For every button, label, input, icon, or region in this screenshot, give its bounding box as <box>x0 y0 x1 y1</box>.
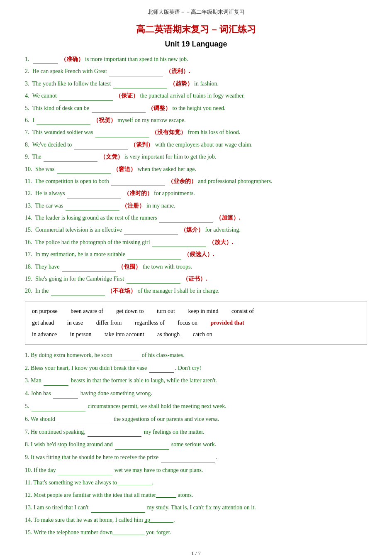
list-item: 6. I （祝贺） myself on my narrow escape. <box>25 115 367 125</box>
list-item: 7. This wounded soldier was （没有知觉） from … <box>25 127 367 137</box>
list-item: 15. Write the telephone number down_____… <box>25 528 367 538</box>
list-item: 7. He continued speaking, my feelings on… <box>25 427 367 437</box>
list-item: 1. By doing extra homework, he soon of h… <box>25 350 367 360</box>
section1-list: 1. （准确） is more important than speed in … <box>25 54 367 296</box>
page-number: 1 / 7 <box>25 550 367 555</box>
list-item: 12. Most people are familiar with the id… <box>25 490 367 500</box>
list-item: 14. To make sure that he was at home, I … <box>25 515 367 525</box>
list-item: 11. The competition is open to both （业余的… <box>25 176 367 186</box>
list-item: 4. We cannot （保证） the punctual arrival o… <box>25 91 367 100</box>
list-item: 3. The youth like to follow the latest （… <box>25 79 367 88</box>
list-item: 2. Bless your heart, I know you didn't b… <box>25 363 367 373</box>
list-item: 20. In the （不在场） of the manager I shall … <box>25 286 367 296</box>
list-item: 4. John has having done something wrong. <box>25 388 367 399</box>
list-item: 11. That's something we have always to__… <box>25 478 367 488</box>
list-item: 9. It was fitting that he should be here… <box>25 452 367 462</box>
list-item: 1. （准确） is more important than speed in … <box>25 54 367 64</box>
list-item: 16. The police had the photograph of the… <box>25 237 367 247</box>
list-item: 5. circumstances permit, we shall hold t… <box>25 401 367 411</box>
list-item: 13. I am so tired that I can't my study.… <box>25 502 367 513</box>
list-item: 13. The car was （注册） in my name. <box>25 201 367 210</box>
main-title: 高二英语期末复习 – 词汇练习 <box>25 23 367 36</box>
list-item: 15. Commercial television is an effectiv… <box>25 225 367 235</box>
list-item: 2. He can speak French with Great （流利）. <box>25 66 367 76</box>
list-item: 19. She's going in for the Cambridge Fir… <box>25 274 367 284</box>
page-header: 北师大版英语－－高二年级期末词汇复习 <box>25 8 367 16</box>
list-item: 18. They have （包围） the town with troops. <box>25 262 367 271</box>
list-item: 3. Man beasts in that the former is able… <box>25 375 367 386</box>
list-item: 8. We've decided to （谈判） with the employ… <box>25 140 367 149</box>
list-item: 10. She was （窘迫） when they asked her age… <box>25 164 367 174</box>
section2-list: 1. By doing extra homework, he soon of h… <box>25 350 367 538</box>
list-item: 5. This kind of desk can be （调整） to the … <box>25 103 367 113</box>
header-title: 北师大版英语－－高二年级期末词汇复习 <box>148 9 245 15</box>
list-item: 12. He is always （准时的） for appointments. <box>25 188 367 198</box>
list-item: 6. We should the suggestions of our pare… <box>25 414 367 424</box>
list-item: 14. The leader is losing ground as the r… <box>25 213 367 222</box>
unit-title: Unit 19 Language <box>25 40 367 49</box>
list-item: 10. If the day wet we may have to change… <box>25 465 367 475</box>
list-item: 9. The （文凭） is very important for him to… <box>25 152 367 161</box>
list-item: 8. I wish he'd stop fooling around and s… <box>25 439 367 450</box>
list-item: 17. In my estimation, he is a more suita… <box>25 249 367 259</box>
phrase-box: on purpose been aware of get down to tur… <box>25 301 367 345</box>
